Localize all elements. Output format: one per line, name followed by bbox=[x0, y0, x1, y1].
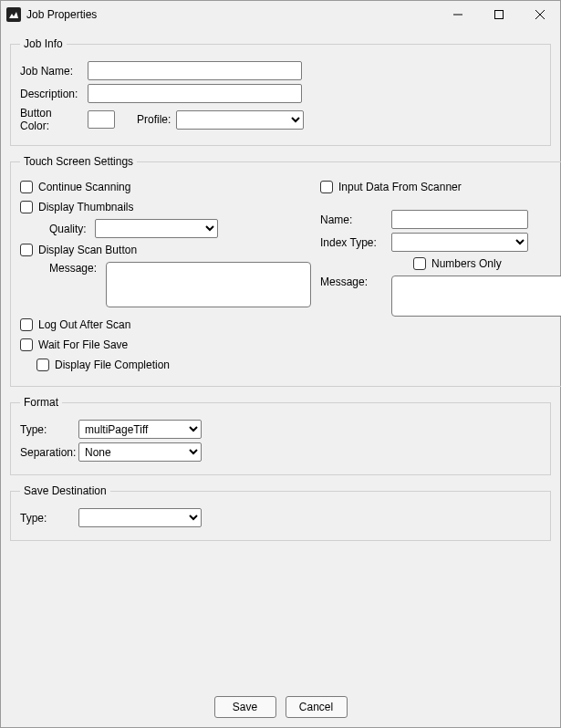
save-button[interactable]: Save bbox=[214, 696, 276, 718]
input-data-from-scanner-checkbox[interactable] bbox=[320, 181, 333, 193]
format-group: Format Type: multiPageTiff Separation: N… bbox=[10, 396, 551, 475]
touch-screen-group: Touch Screen Settings Continue Scanning … bbox=[10, 155, 561, 387]
dialog-footer: Save Cancel bbox=[1, 696, 560, 718]
save-destination-legend: Save Destination bbox=[20, 484, 110, 497]
display-scan-button-text: Display Scan Button bbox=[38, 244, 137, 256]
quality-select[interactable] bbox=[95, 219, 218, 238]
index-name-input[interactable] bbox=[391, 210, 528, 229]
save-destination-group: Save Destination Type: bbox=[10, 484, 551, 541]
numbers-only-checkbox[interactable] bbox=[413, 257, 426, 270]
logout-after-scan-text: Log Out After Scan bbox=[38, 318, 130, 331]
minimize-button[interactable] bbox=[437, 1, 478, 28]
wait-for-file-save-checkbox[interactable] bbox=[20, 338, 33, 351]
index-message-label: Message: bbox=[320, 276, 386, 288]
display-thumbnails-checkbox-label[interactable]: Display Thumbnails bbox=[20, 201, 134, 213]
numbers-only-checkbox-label[interactable]: Numbers Only bbox=[413, 257, 502, 270]
format-separation-label: Separation: bbox=[20, 446, 73, 459]
display-scan-button-checkbox-label[interactable]: Display Scan Button bbox=[20, 244, 137, 256]
profile-select[interactable] bbox=[176, 110, 304, 130]
button-color-label: Button Color: bbox=[20, 107, 82, 132]
display-file-completion-checkbox-label[interactable]: Display File Completion bbox=[36, 359, 170, 371]
job-description-label: Description: bbox=[20, 88, 82, 100]
job-description-input[interactable] bbox=[88, 84, 302, 103]
window-title: Job Properties bbox=[26, 8, 437, 21]
wait-for-file-save-checkbox-label[interactable]: Wait For File Save bbox=[20, 338, 128, 351]
continue-scanning-checkbox-label[interactable]: Continue Scanning bbox=[20, 181, 130, 193]
job-name-label: Job Name: bbox=[20, 65, 82, 78]
display-scan-button-checkbox[interactable] bbox=[20, 244, 33, 256]
touch-screen-legend: Touch Screen Settings bbox=[20, 155, 137, 168]
wait-for-file-save-text: Wait For File Save bbox=[38, 338, 128, 351]
job-info-group: Job Info Job Name: Description: Button C… bbox=[10, 37, 551, 146]
numbers-only-text: Numbers Only bbox=[431, 257, 502, 270]
display-thumbnails-text: Display Thumbnails bbox=[38, 201, 134, 213]
scan-message-textarea[interactable] bbox=[106, 262, 311, 307]
window-root: Job Properties Job Info Job Name: Descri… bbox=[0, 0, 561, 728]
quality-label: Quality: bbox=[49, 223, 89, 235]
continue-scanning-text: Continue Scanning bbox=[38, 181, 130, 193]
display-thumbnails-checkbox[interactable] bbox=[20, 201, 33, 213]
format-type-label: Type: bbox=[20, 423, 73, 436]
titlebar: Job Properties bbox=[1, 1, 560, 28]
input-data-from-scanner-checkbox-label[interactable]: Input Data From Scanner bbox=[320, 181, 462, 193]
app-icon bbox=[6, 7, 21, 22]
index-name-label: Name: bbox=[320, 213, 386, 226]
button-color-swatch[interactable] bbox=[88, 110, 115, 129]
continue-scanning-checkbox[interactable] bbox=[20, 181, 33, 193]
save-destination-type-label: Type: bbox=[20, 512, 73, 525]
touch-right-column: Input Data From Scanner Name: Index Type… bbox=[320, 175, 561, 377]
display-file-completion-text: Display File Completion bbox=[55, 359, 170, 371]
profile-label: Profile: bbox=[137, 113, 171, 126]
display-file-completion-checkbox[interactable] bbox=[36, 359, 49, 371]
content-area: Job Info Job Name: Description: Button C… bbox=[1, 28, 560, 541]
svg-rect-1 bbox=[494, 11, 503, 19]
format-legend: Format bbox=[20, 396, 62, 409]
close-button[interactable] bbox=[519, 1, 560, 28]
cancel-button[interactable]: Cancel bbox=[286, 696, 348, 718]
job-info-legend: Job Info bbox=[20, 37, 67, 50]
save-destination-type-select[interactable] bbox=[78, 508, 202, 527]
logout-after-scan-checkbox[interactable] bbox=[20, 318, 33, 331]
scan-message-label: Message: bbox=[49, 262, 100, 275]
format-type-select[interactable]: multiPageTiff bbox=[78, 420, 202, 439]
job-name-input[interactable] bbox=[88, 61, 302, 80]
touch-left-column: Continue Scanning Display Thumbnails Qua… bbox=[20, 175, 311, 377]
index-type-select[interactable] bbox=[391, 233, 528, 252]
input-data-from-scanner-text: Input Data From Scanner bbox=[338, 181, 462, 193]
index-message-textarea[interactable] bbox=[391, 276, 561, 317]
logout-after-scan-checkbox-label[interactable]: Log Out After Scan bbox=[20, 318, 130, 331]
maximize-button[interactable] bbox=[478, 1, 519, 28]
format-separation-select[interactable]: None bbox=[78, 442, 202, 462]
index-type-label: Index Type: bbox=[320, 236, 386, 249]
